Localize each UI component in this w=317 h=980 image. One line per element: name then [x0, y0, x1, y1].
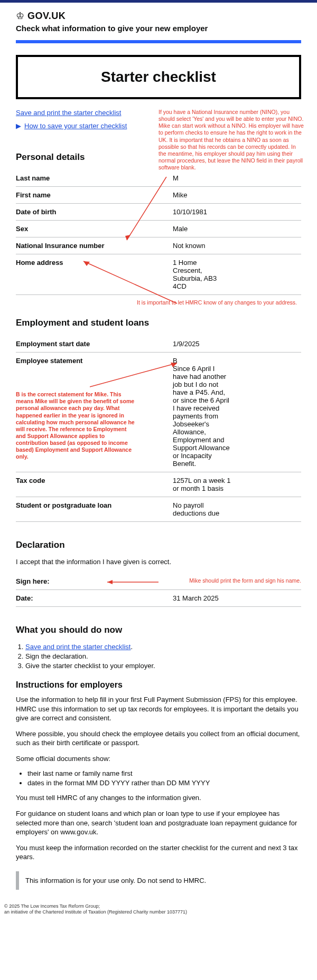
sign-row-wrap: Sign here: Mike should print the form an…	[16, 573, 301, 590]
row-nino: National Insurance number Not known	[16, 237, 301, 254]
label-first-name: First name	[16, 191, 173, 199]
row-first-name: First name Mike	[16, 187, 301, 204]
step-2: Sign the declaration.	[25, 652, 301, 660]
value-taxcode: 1257L on a week 1 or month 1 basis	[173, 477, 231, 492]
label-taxcode: Tax code	[16, 477, 173, 492]
row-loan: Student or postgraduate loan No payroll …	[16, 497, 301, 522]
employers-bullets: their last name or family name first dat…	[27, 769, 301, 787]
step-1-link[interactable]: Save and print the starter checklist	[25, 643, 130, 651]
bullet-1: their last name or family name first	[27, 769, 301, 777]
value-first-name: Mike	[173, 191, 301, 199]
annotation-address: It is important to let HMRC know of any …	[16, 299, 301, 306]
row-sex: Sex Male	[16, 221, 301, 237]
value-sex: Male	[173, 225, 301, 233]
employers-p3: Some official documents show:	[16, 754, 301, 764]
checklist-title-box: Starter checklist	[16, 55, 301, 99]
label-loan: Student or postgraduate loan	[16, 501, 173, 517]
bullet-2: dates in the format MM DD YYYY rather th…	[27, 779, 301, 787]
label-address: Home address	[16, 259, 173, 290]
how-to-save-link[interactable]: How to save your starter checklist	[24, 122, 127, 130]
employers-p4: You must tell HMRC of any changes to the…	[16, 793, 301, 803]
value-last-name: M	[173, 174, 301, 182]
row-last-name: Last name M	[16, 170, 301, 187]
annotation-nino: If you have a National Insurance number …	[158, 109, 304, 171]
label-emp-start: Employment start date	[16, 340, 173, 348]
employers-p5: For guidance on student loans and which …	[16, 809, 301, 837]
annotation-statement-b: B is the correct statement for Mike. Thi…	[16, 391, 137, 460]
row-emp-start: Employment start date 1/9/2025	[16, 336, 301, 353]
footer-line1: © 2025 The Low Incomes Tax Reform Group;	[4, 903, 313, 910]
page-container: ♔ GOV.UK Check what information to give …	[0, 3, 317, 900]
employment-heading: Employment and student loans	[16, 318, 301, 328]
row-sign: Sign here: Mike should print the form an…	[16, 573, 301, 590]
label-emp-statement-text: Employee statement	[16, 357, 82, 365]
step-3: Give the starter checklist to your emplo…	[25, 662, 301, 670]
employers-heading: Instructions for employers	[16, 680, 301, 690]
label-dob: Date of birth	[16, 208, 173, 216]
next-heading: What you should do now	[16, 625, 301, 635]
label-date: Date:	[16, 594, 173, 602]
value-nino: Not known	[173, 242, 301, 250]
employers-p6: You must keep the information recorded o…	[16, 843, 301, 862]
label-sex: Sex	[16, 225, 173, 233]
notice-text: This information is for your use only. D…	[25, 877, 206, 884]
row-address: Home address 1 Home Crescent, Suburbia, …	[16, 254, 301, 295]
step-1: Save and print the starter checklist.	[25, 643, 301, 651]
row-taxcode: Tax code 1257L on a week 1 or month 1 ba…	[16, 472, 301, 497]
employers-p1: Use the information to help fill in your…	[16, 695, 301, 723]
row-emp-statement: Employee statement B is the correct stat…	[16, 353, 301, 472]
crown-icon: ♔	[16, 10, 24, 22]
row-date: Date: 31 March 2025	[16, 590, 301, 607]
label-nino: National Insurance number	[16, 242, 173, 250]
disclosure-triangle-icon: ▶	[16, 122, 21, 130]
next-steps-list: Save and print the starter checklist. Si…	[25, 643, 301, 670]
label-last-name: Last name	[16, 174, 173, 182]
footer-line2: an initiative of the Chartered Institute…	[4, 909, 313, 916]
row-emp-statement-wrap: Employee statement B is the correct stat…	[16, 353, 301, 472]
checklist-title: Starter checklist	[23, 69, 294, 85]
declaration-heading: Declaration	[16, 540, 301, 550]
row-dob: Date of birth 10/10/1981	[16, 204, 301, 221]
page-footer: © 2025 The Low Incomes Tax Reform Group;…	[0, 900, 317, 921]
label-sign: Sign here:	[16, 577, 173, 585]
value-emp-start: 1/9/2025	[173, 340, 301, 348]
label-emp-statement: Employee statement B is the correct stat…	[16, 357, 173, 460]
value-address: 1 Home Crescent, Suburbia, AB3 4CD	[173, 259, 226, 290]
tool-title: Check what information to give your new …	[16, 24, 301, 33]
notice-box: This information is for your use only. D…	[16, 871, 301, 890]
declaration-intro: I accept that the information I have giv…	[16, 558, 301, 566]
value-dob: 10/10/1981	[173, 208, 301, 216]
employers-p2: Where possible, you should check the emp…	[16, 729, 301, 748]
site-header: ♔ GOV.UK	[16, 10, 301, 22]
blue-divider	[16, 40, 301, 43]
annotation-sign: Mike should print the form and sign his …	[173, 577, 301, 585]
links-and-annotation-area: Save and print the starter checklist ▶ H…	[16, 109, 301, 140]
value-emp-statement: B Since 6 April I have had another job b…	[173, 357, 231, 468]
site-name: GOV.UK	[27, 11, 66, 22]
value-date: 31 March 2025	[173, 594, 301, 602]
value-loan: No payroll deductions due	[173, 501, 236, 517]
